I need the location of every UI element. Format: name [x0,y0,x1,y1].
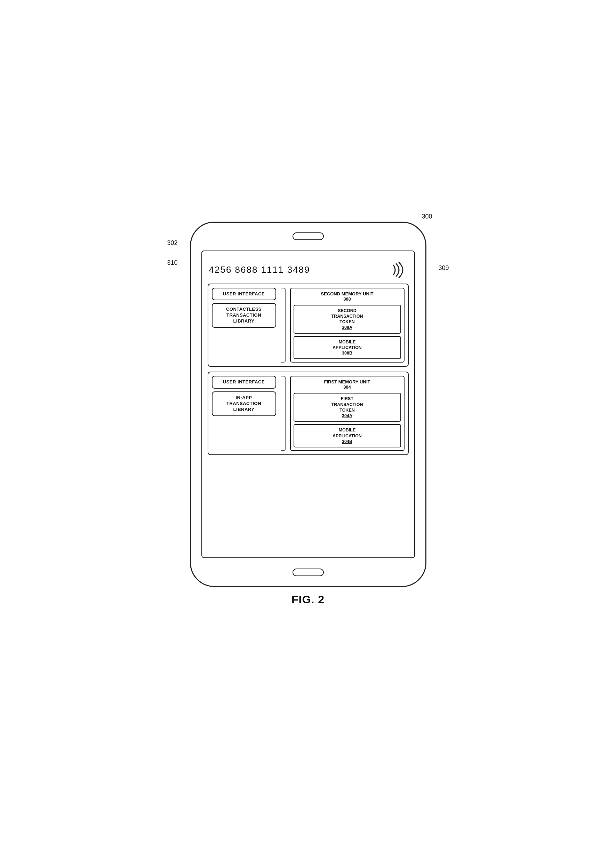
lower-app-ref: 304B [297,439,397,444]
upper-token-box: SECONDTRANSACTIONTOKEN 308A [293,305,401,334]
upper-section-row: USER INTERFACE CONTACTLESSTRANSACTIONLIB… [208,284,409,367]
lower-token-ref: 304A [297,413,397,418]
lower-connector [280,376,287,451]
lower-left-panel: USER INTERFACE IN-APPTRANSACTIONLIBRARY [212,376,276,451]
phone-speaker [293,232,324,240]
lower-memory-title: FIRST MEMORY UNIT 304 [293,379,401,390]
nfc-icon [386,260,407,280]
phone-home-button [293,569,324,576]
lib-lower-box: IN-APPTRANSACTIONLIBRARY [212,392,276,416]
upper-token-ref: 308A [297,325,397,330]
ref-309: 309 [438,264,449,272]
lower-section-row: USER INTERFACE IN-APPTRANSACTIONLIBRARY … [208,371,409,455]
upper-app-ref: 308B [297,350,397,356]
lower-token-box: FIRSTTRANSACTIONTOKEN 304A [293,393,401,422]
ui-upper-box: USER INTERFACE [212,288,276,301]
card-row: 4256 8688 1111 3489 [208,258,409,280]
ref-302: 302 [167,239,178,247]
lower-memory-unit: FIRST MEMORY UNIT 304 FIRSTTRANSACTIONTO… [290,376,405,451]
ref-300: 300 [422,213,432,220]
lower-app-box: MOBILEAPPLICATION 304B [293,424,401,448]
upper-memory-title: SECOND MEMORY UNIT 308 [293,291,401,302]
lib-upper-box: CONTACTLESSTRANSACTIONLIBRARY [212,303,276,328]
upper-connector [280,288,287,363]
upper-memory-unit: SECOND MEMORY UNIT 308 SECONDTRANSACTION… [290,288,405,363]
upper-memory-ref: 308 [293,297,401,302]
card-number: 4256 8688 1111 3489 [209,264,310,275]
phone-device: 4256 8688 1111 3489 USER INTERFACE [190,222,427,587]
ref-310: 310 [167,259,178,266]
page-container: 4256 8688 1111 3489 USER INTERFACE [154,214,462,644]
figure-caption: FIG. 2 [292,593,324,606]
upper-left-panel: USER INTERFACE CONTACTLESSTRANSACTIONLIB… [212,288,276,363]
phone-screen: 4256 8688 1111 3489 USER INTERFACE [202,250,415,558]
lower-memory-ref: 304 [293,384,401,390]
upper-app-box: MOBILEAPPLICATION 308B [293,336,401,359]
sections-area: USER INTERFACE CONTACTLESSTRANSACTIONLIB… [208,284,409,552]
ui-lower-box: USER INTERFACE [212,376,276,389]
